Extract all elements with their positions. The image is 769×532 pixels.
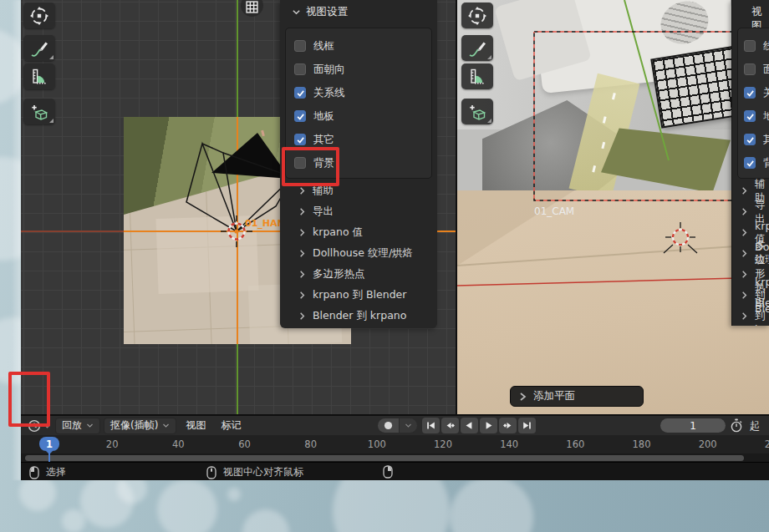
chevron-right-icon xyxy=(740,249,749,258)
section-polygon-hotspot[interactable]: 多边形热点 xyxy=(280,264,437,285)
next-keyframe-button[interactable] xyxy=(499,418,517,433)
record-group xyxy=(378,418,417,433)
add-cube-tool-button[interactable] xyxy=(23,99,55,124)
background-checkbox[interactable] xyxy=(744,157,756,169)
playback-menu[interactable]: 回放 xyxy=(55,418,100,434)
section-krpano-values[interactable]: krpano 值 xyxy=(280,222,437,243)
chevron-right-icon xyxy=(740,270,749,279)
viewport-3d-right[interactable]: 01_CAM 添加平面 xyxy=(456,0,769,414)
collapsed-sections: 辅助导出krpano 值Dollhouse 纹理/烘焙多边形热点krpano 到… xyxy=(732,180,769,326)
measure-tool-button[interactable] xyxy=(23,63,55,89)
panel-header[interactable]: 视图设置 xyxy=(292,5,348,19)
view-settings-panel-right: 视图设置线框面朝向关系线地板其它背景辅助导出krpano 值Dollhouse … xyxy=(731,0,769,326)
checkbox-label: 面朝向 xyxy=(763,63,769,77)
marker-menu[interactable]: 标记 xyxy=(215,418,247,433)
frame-tick-220: 220 xyxy=(765,438,769,450)
add-plane-label: 添加平面 xyxy=(533,389,575,403)
chevron-right-icon xyxy=(298,186,307,195)
checkbox-row-others[interactable]: 其它 xyxy=(738,128,769,151)
subtool-indicator xyxy=(487,55,491,59)
current-frame-field[interactable]: 1 xyxy=(660,418,726,433)
grid-overlay-bubble xyxy=(241,0,263,17)
blender-window: 01_HAN xyxy=(21,0,769,480)
frame-tick-60: 60 xyxy=(238,438,251,450)
rmb-hint xyxy=(383,465,393,479)
wireframe-checkbox[interactable] xyxy=(744,40,756,52)
stopwatch-icon xyxy=(730,418,743,433)
scene-olive-carpet xyxy=(601,119,731,193)
bokeh-circle xyxy=(157,479,217,532)
chevron-right-icon xyxy=(298,270,307,279)
view-menu[interactable]: 视图 xyxy=(180,418,211,433)
section-blender-to-krpano[interactable]: Blender 到 krpano xyxy=(280,306,437,327)
collapsed-sections: 辅助导出krpano 值Dollhouse 纹理/烘焙多边形热点krpano 到… xyxy=(280,180,437,327)
checkbox-row-face-orientation[interactable]: 面朝向 xyxy=(738,58,769,81)
timeline-scrollbar[interactable] xyxy=(25,455,744,461)
others-checkbox[interactable] xyxy=(744,134,756,145)
bokeh-circle xyxy=(227,488,241,501)
center-view-hint: 视图中心对齐鼠标 xyxy=(206,465,303,479)
checkbox-label: 线框 xyxy=(763,39,769,53)
checkbox-label: 地板 xyxy=(763,109,769,124)
checkbox-row-floor[interactable]: 地板 xyxy=(738,104,769,128)
chevron-down-icon xyxy=(292,8,301,17)
checkbox-row-floor[interactable]: 地板 xyxy=(286,104,431,128)
face-orientation-checkbox[interactable] xyxy=(744,63,756,75)
relationship-lines-checkbox[interactable] xyxy=(294,87,306,99)
checkbox-row-face-orientation[interactable]: 面朝向 xyxy=(286,58,431,81)
frame-tick-20: 20 xyxy=(106,438,119,450)
checkbox-row-relationship-lines[interactable]: 关系线 xyxy=(286,81,431,104)
check-icon xyxy=(296,89,305,98)
section-label: Blender 到 krpano xyxy=(755,296,769,326)
keying-dropdown-button[interactable] xyxy=(400,418,417,433)
subtool-indicator xyxy=(49,119,53,123)
checkbox-row-background[interactable]: 背景 xyxy=(738,151,769,175)
add-plane-button[interactable]: 添加平面 xyxy=(510,386,644,407)
chevron-down-icon xyxy=(405,422,412,429)
play-forward-button[interactable] xyxy=(480,418,497,433)
section-export[interactable]: 导出 xyxy=(280,201,437,222)
section-blender-to-krpano[interactable]: Blender 到 krpano xyxy=(732,306,769,326)
others-checkbox[interactable] xyxy=(294,134,306,145)
status-label: 视图中心对齐鼠标 xyxy=(223,465,303,479)
jump-to-start-button[interactable] xyxy=(422,418,440,433)
play-reverse-button[interactable] xyxy=(461,418,478,433)
checkbox-row-wireframe[interactable]: 线框 xyxy=(286,34,431,58)
transform-tool-button[interactable] xyxy=(23,3,55,28)
section-label: 多边形热点 xyxy=(313,267,365,281)
check-icon xyxy=(296,135,305,144)
menu-label: 标记 xyxy=(221,418,241,433)
measure-tool-button[interactable] xyxy=(461,63,493,89)
checkbox-label: 地板 xyxy=(313,109,334,124)
checkbox-row-wireframe[interactable]: 线框 xyxy=(738,34,769,58)
bokeh-circle xyxy=(62,509,85,532)
timeline-ruler[interactable]: 1 20406080100120140160180200220 xyxy=(21,435,769,453)
face-orientation-checkbox[interactable] xyxy=(294,63,306,75)
checkbox-label: 背景 xyxy=(763,156,769,170)
checkbox-row-relationship-lines[interactable]: 关系线 xyxy=(738,81,769,104)
frame-tick-140: 140 xyxy=(500,438,518,450)
previous-keyframe-button[interactable] xyxy=(441,418,459,433)
status-label: 选择 xyxy=(46,465,66,479)
section-krpano-to-blender[interactable]: krpano 到 Blender xyxy=(280,285,437,306)
keying-menu[interactable]: 抠像(插帧) xyxy=(104,418,176,434)
relationship-lines-checkbox[interactable] xyxy=(744,87,756,99)
annotate-tool-button[interactable] xyxy=(461,35,493,61)
current-frame-marker[interactable]: 1 xyxy=(39,437,59,451)
floor-checkbox[interactable] xyxy=(744,110,756,122)
chevron-down-icon xyxy=(86,422,94,429)
subtool-indicator xyxy=(49,55,53,59)
annotation-box-corner xyxy=(8,372,50,427)
playback-controls xyxy=(422,418,536,433)
annotate-tool-button[interactable] xyxy=(23,35,55,61)
floor-checkbox[interactable] xyxy=(294,110,306,122)
wireframe-checkbox[interactable] xyxy=(294,40,306,52)
jump-to-end-button[interactable] xyxy=(518,418,536,433)
section-dollhouse-texture-bake[interactable]: Dollhouse 纹理/烘焙 xyxy=(280,243,437,264)
add-cube-tool-button[interactable] xyxy=(461,99,493,124)
view-settings-checkbox-group: 线框面朝向关系线地板其它背景 xyxy=(737,28,769,179)
chevron-right-icon xyxy=(740,186,749,195)
select-hint: 选择 xyxy=(29,465,66,479)
auto-keying-record-button[interactable] xyxy=(378,418,399,433)
transform-tool-button[interactable] xyxy=(461,3,493,28)
